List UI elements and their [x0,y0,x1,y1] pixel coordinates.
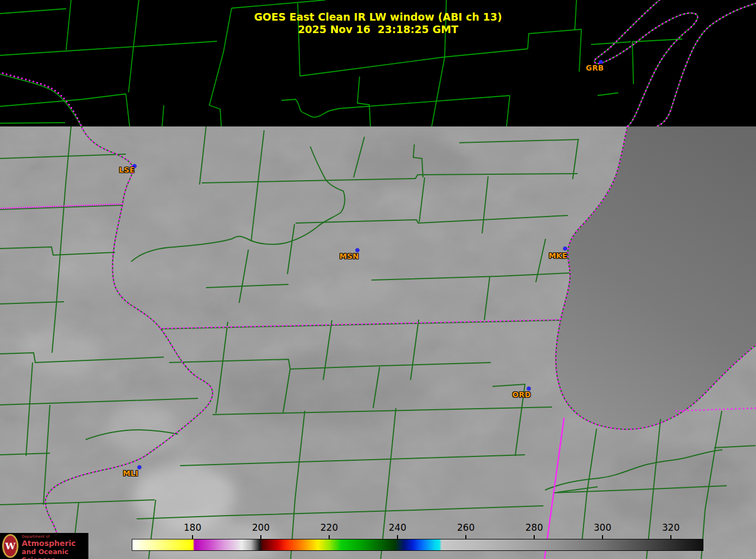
station-label-msn: MSN [339,252,359,261]
colorbar-tick [397,535,398,539]
crest-letter: W [5,542,15,551]
logo-name-line-1: Atmospheric [22,539,88,548]
colorbar-tick-label: 280 [526,522,543,533]
colorbar-tick-label: 300 [594,522,611,533]
station-label-lse: LSE [119,166,134,174]
satellite-map-image [0,0,756,559]
station-dot-mke [563,247,567,251]
goes-satellite-viewer: GOES East Clean IR LW window (ABI ch 13)… [0,0,756,559]
station-label-mke: MKE [549,251,568,260]
colorbar-tick [670,535,671,539]
colorbar-tick [260,535,261,539]
uw-aos-logo: W Department of Atmospheric and Oceanic … [0,533,88,559]
colorbar-tick-label: 200 [252,522,270,533]
colorbar-tick [192,535,193,539]
colorbar-tick-label: 260 [457,522,475,533]
station-label-mli: MLI [123,469,139,478]
image-title: GOES East Clean IR LW window (ABI ch 13)… [254,11,502,36]
station-label-ord: ORD [512,390,531,399]
colorbar-gradient [132,539,703,551]
temperature-colorbar: 180 200 220 240 260 280 300 320 [132,522,703,551]
title-line-1: GOES East Clean IR LW window (ABI ch 13) [254,11,502,23]
station-label-grb: GRB [586,63,604,72]
colorbar-tick [329,535,330,539]
colorbar-tick-label: 220 [321,522,338,533]
colorbar-tick-label: 180 [184,522,201,533]
logo-text: Department of Atmospheric and Oceanic Sc… [22,535,88,559]
colorbar-tick-label: 240 [389,522,406,533]
uw-crest-icon: W [2,534,18,558]
colorbar-tick [465,535,466,539]
colorbar-tick [534,535,535,539]
colorbar-tick [602,535,603,539]
logo-name-line-2: and Oceanic Sciences [22,548,88,559]
title-line-2: 2025 Nov 16 23:18:25 GMT [254,23,502,36]
colorbar-tick-label: 320 [662,522,680,533]
